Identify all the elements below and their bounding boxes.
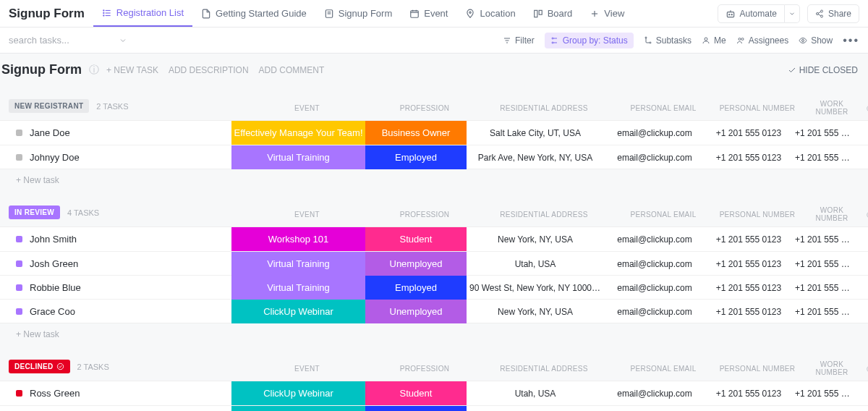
table-row[interactable]: Grace Coo ClickUp Webinar Unemployed New…	[0, 299, 868, 323]
status-dot	[16, 154, 22, 161]
svg-point-20	[731, 14, 732, 14]
eye-icon	[799, 36, 807, 45]
table-row[interactable]: Jane Doe Effectively Manage Your Team! B…	[0, 121, 868, 145]
event-pill[interactable]: ClickUp Webinar	[231, 300, 365, 323]
registrant-name: Josh Green	[30, 258, 78, 269]
more-button[interactable]: •••	[843, 34, 859, 47]
subtasks-icon	[644, 36, 652, 45]
tab-location[interactable]: Location	[456, 0, 524, 27]
pnumber-cell: +1 201 555 0123	[705, 283, 792, 293]
tab-signup-form[interactable]: Signup Form	[315, 0, 401, 27]
plus-icon	[590, 9, 600, 19]
event-pill[interactable]: Virtual Training	[231, 145, 365, 169]
check-icon	[788, 66, 796, 75]
filter-button[interactable]: Filter	[503, 35, 535, 46]
pin-icon	[465, 9, 475, 19]
svg-rect-15	[539, 10, 542, 14]
status-dot	[16, 236, 22, 242]
calendar-icon	[409, 9, 420, 19]
pnumber-cell: +1 201 555 0123	[705, 389, 792, 399]
status-badge[interactable]: IN REVIEW	[9, 206, 60, 219]
profession-pill[interactable]: Student	[365, 227, 467, 251]
profession-pill[interactable]: Business Owner	[365, 121, 467, 145]
svg-line-25	[818, 12, 821, 13]
groupby-button[interactable]: Group by: Status	[545, 33, 634, 48]
me-button[interactable]: Me	[702, 35, 726, 46]
tab-view[interactable]: View	[581, 0, 633, 27]
registrant-name: Grace Coo	[30, 306, 75, 317]
svg-point-30	[552, 38, 553, 39]
tab-board[interactable]: Board	[524, 0, 582, 27]
email-cell: email@clickup.com	[604, 234, 705, 245]
profession-pill[interactable]: Unemployed	[365, 252, 467, 276]
event-pill[interactable]: Workshop 101	[231, 227, 365, 251]
wnumber-cell: +1 201 555 012:	[792, 234, 854, 245]
users-icon	[736, 36, 745, 45]
share-button[interactable]: Share	[807, 4, 859, 23]
address-cell: 90 West St, New York, NY 10006, U...	[467, 283, 604, 293]
new-task-link[interactable]: + New task	[0, 323, 868, 345]
table-row[interactable]: Red Smith ClickUp Webinar Employed Brook…	[0, 405, 868, 411]
event-pill[interactable]: Effectively Manage Your Team!	[231, 121, 365, 145]
tab-event[interactable]: Event	[401, 0, 456, 27]
pnumber-cell: +1 201 555 0123	[705, 153, 792, 163]
profession-pill[interactable]: Employed	[365, 145, 467, 169]
search-box[interactable]: search tasks...	[9, 35, 503, 46]
task-count: 4 TASKS	[67, 208, 99, 217]
add-description-button[interactable]: ADD DESCRIPTION	[169, 65, 249, 75]
svg-point-36	[741, 38, 744, 40]
registrant-name: Ross Green	[30, 388, 80, 399]
registrant-name: Robbie Blue	[30, 282, 81, 293]
tab-registration-list[interactable]: Registration List	[93, 0, 192, 27]
section-header: Signup Form ⓘ + NEW TASK ADD DESCRIPTION…	[0, 54, 868, 85]
content-area: Signup Form ⓘ + NEW TASK ADD DESCRIPTION…	[0, 54, 868, 411]
table-row[interactable]: Ross Green ClickUp Webinar Student Utah,…	[0, 381, 868, 405]
show-button[interactable]: Show	[799, 35, 833, 46]
assignees-button[interactable]: Assignees	[736, 35, 788, 46]
svg-rect-9	[411, 10, 419, 17]
svg-point-3	[103, 9, 104, 10]
list-title: Signup Form	[1, 62, 82, 77]
table-row[interactable]: Johnyy Doe Virtual Training Employed Par…	[0, 145, 868, 169]
svg-point-38	[57, 363, 63, 369]
page-title: Signup Form	[9, 7, 85, 21]
table-row[interactable]: Robbie Blue Virtual Training Employed 90…	[0, 275, 868, 299]
subtasks-button[interactable]: Subtasks	[644, 35, 692, 46]
profession-pill[interactable]: Employed	[365, 406, 467, 411]
new-task-button[interactable]: + NEW TASK	[106, 65, 158, 75]
email-cell: email@clickup.com	[604, 283, 705, 293]
filter-icon	[503, 36, 511, 45]
pnumber-cell: +1 201 555 0123	[705, 128, 792, 138]
pnumber-cell: +1 201 555 0123	[705, 234, 792, 245]
profession-pill[interactable]: Employed	[365, 276, 467, 300]
automate-button[interactable]: Automate	[718, 4, 785, 23]
tab-getting-started-guide[interactable]: Getting Started Guide	[192, 0, 315, 27]
table-row[interactable]: John Smith Workshop 101 Student New York…	[0, 227, 868, 251]
profession-pill[interactable]: Unemployed	[365, 300, 467, 323]
group-icon	[550, 36, 559, 45]
email-cell: email@clickup.com	[604, 389, 705, 399]
info-icon[interactable]: ⓘ	[89, 64, 99, 77]
group-in-review: IN REVIEW 4 TASKS EVENT PROFESSION RESID…	[0, 206, 868, 345]
new-task-link[interactable]: + New task	[0, 169, 868, 191]
svg-point-31	[552, 42, 553, 43]
wnumber-cell: +1 201 555 012:	[792, 153, 854, 163]
status-badge[interactable]: DECLINED	[9, 360, 70, 373]
event-pill[interactable]: Virtual Training	[231, 276, 365, 300]
event-pill[interactable]: ClickUp Webinar	[231, 381, 365, 405]
registrant-name: Johnyy Doe	[30, 152, 80, 163]
address-cell: Utah, USA	[467, 389, 604, 399]
hide-closed-toggle[interactable]: HIDE CLOSED	[788, 65, 858, 75]
status-badge[interactable]: NEW REGISTRANT	[9, 99, 89, 113]
event-pill[interactable]: ClickUp Webinar	[231, 406, 365, 411]
address-cell: Park Ave, New York, NY, USA	[467, 153, 604, 163]
chevron-down-icon	[119, 36, 127, 45]
table-row[interactable]: Josh Green Virtual Training Unemployed U…	[0, 251, 868, 275]
add-comment-button[interactable]: ADD COMMENT	[259, 65, 325, 75]
email-cell: email@clickup.com	[604, 307, 705, 317]
address-cell: New York, NY, USA	[467, 234, 604, 245]
profession-pill[interactable]: Student	[365, 381, 467, 405]
automate-dropdown[interactable]	[785, 4, 800, 23]
event-pill[interactable]: Virtual Training	[231, 252, 365, 276]
svg-rect-18	[727, 12, 733, 17]
